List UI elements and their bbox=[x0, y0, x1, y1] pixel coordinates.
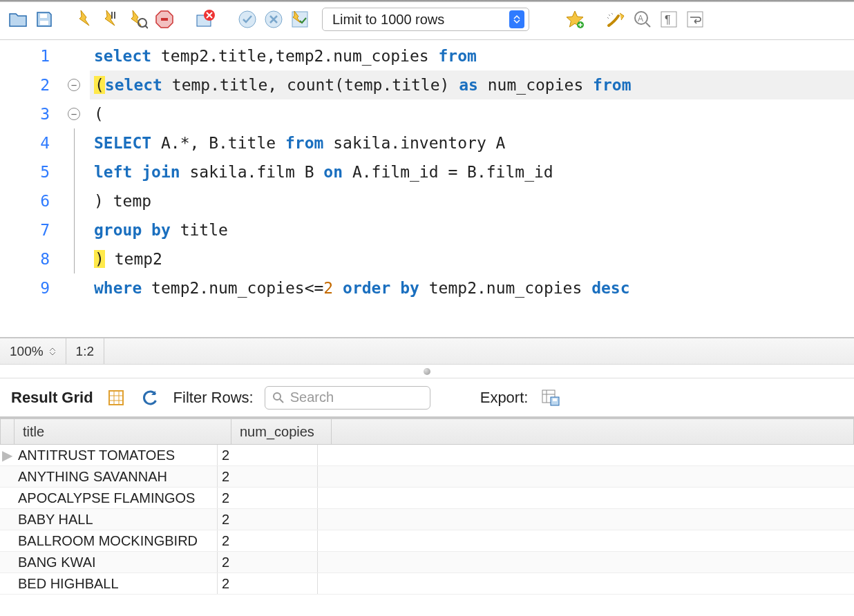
line-number: 8 bbox=[0, 244, 90, 273]
cell-title[interactable]: ANTITRUST TOMATOES bbox=[14, 445, 218, 465]
code-line: where temp2.num_copies<=2 order by temp2… bbox=[90, 273, 854, 302]
stop-on-error-icon[interactable] bbox=[195, 8, 217, 30]
cursor-position: 1:2 bbox=[66, 338, 104, 364]
row-pointer-icon bbox=[0, 488, 14, 508]
svg-text:¶: ¶ bbox=[665, 14, 671, 26]
favorite-icon[interactable] bbox=[564, 8, 586, 30]
code-line: ( bbox=[90, 99, 854, 128]
line-number: 5 bbox=[0, 157, 90, 186]
beautify-icon[interactable] bbox=[605, 8, 627, 30]
cell-numcopies[interactable]: 2 bbox=[218, 530, 318, 551]
refresh-icon[interactable] bbox=[139, 386, 162, 410]
zoom-level[interactable]: 100% bbox=[0, 338, 66, 364]
code-line: ) temp bbox=[90, 186, 854, 215]
cell-title[interactable]: BANG KWAI bbox=[14, 552, 218, 572]
code-line: select temp2.title,temp2.num_copies from bbox=[90, 41, 854, 70]
commit-icon[interactable] bbox=[236, 8, 258, 30]
row-pointer-icon bbox=[0, 552, 14, 572]
code-line: left join sakila.film B on A.film_id = B… bbox=[90, 157, 854, 186]
table-row[interactable]: ANYTHING SAVANNAH2 bbox=[0, 466, 854, 488]
line-number: 4 bbox=[0, 128, 90, 157]
grip-dot-icon bbox=[424, 368, 430, 375]
rollback-icon[interactable] bbox=[263, 8, 285, 30]
filter-placeholder: Search bbox=[290, 389, 334, 405]
editor-statusbar: 100% 1:2 bbox=[0, 337, 854, 365]
main-toolbar: Limit to 1000 rows A ¶ bbox=[0, 2, 854, 40]
table-row[interactable]: BALLROOM MOCKINGBIRD2 bbox=[0, 530, 854, 552]
svg-rect-1 bbox=[40, 21, 48, 25]
row-limit-label: Limit to 1000 rows bbox=[332, 12, 444, 28]
line-number: 3− bbox=[0, 99, 90, 128]
grid-view-icon[interactable] bbox=[104, 386, 128, 410]
svg-rect-0 bbox=[40, 14, 47, 18]
cell-title[interactable]: APOCALYPSE FLAMINGOS bbox=[14, 488, 218, 508]
panel-resize-handle[interactable] bbox=[0, 365, 854, 378]
autocommit-icon[interactable] bbox=[289, 8, 311, 30]
line-number: 7 bbox=[0, 215, 90, 244]
chevron-updown-icon bbox=[509, 10, 524, 28]
svg-rect-16 bbox=[109, 391, 123, 405]
row-pointer-icon bbox=[0, 573, 14, 594]
cell-title[interactable]: BABY HALL bbox=[14, 509, 218, 530]
fold-toggle-icon[interactable]: − bbox=[68, 108, 80, 120]
invisible-chars-icon[interactable]: ¶ bbox=[658, 8, 680, 30]
find-replace-icon[interactable]: A bbox=[632, 8, 654, 30]
cell-numcopies[interactable]: 2 bbox=[218, 466, 318, 487]
execute-icon[interactable] bbox=[75, 8, 97, 30]
row-pointer-icon bbox=[0, 509, 14, 530]
row-pointer-icon bbox=[0, 466, 14, 487]
export-icon[interactable] bbox=[539, 386, 562, 410]
save-file-icon[interactable] bbox=[33, 8, 55, 30]
table-row[interactable]: ▶ANTITRUST TOMATOES2 bbox=[0, 445, 854, 466]
table-row[interactable]: BABY HALL2 bbox=[0, 509, 854, 530]
result-grid[interactable]: title num_copies ▶ANTITRUST TOMATOES2ANY… bbox=[0, 418, 854, 595]
line-number: 9 bbox=[0, 273, 90, 302]
code-content[interactable]: select temp2.title,temp2.num_copies from… bbox=[90, 40, 854, 337]
cell-numcopies[interactable]: 2 bbox=[218, 488, 318, 508]
column-header-title[interactable]: title bbox=[14, 419, 231, 444]
filter-rows-label: Filter Rows: bbox=[173, 389, 254, 407]
line-number: 1 bbox=[0, 41, 90, 70]
cell-numcopies[interactable]: 2 bbox=[218, 445, 318, 465]
svg-point-17 bbox=[274, 393, 281, 400]
table-row[interactable]: BANG KWAI2 bbox=[0, 552, 854, 573]
code-line: SELECT A.*, B.title from sakila.inventor… bbox=[90, 128, 854, 157]
column-header-numcopies[interactable]: num_copies bbox=[231, 419, 332, 444]
open-file-icon[interactable] bbox=[7, 8, 29, 30]
chevron-updown-icon bbox=[49, 347, 56, 356]
table-row[interactable]: APOCALYPSE FLAMINGOS2 bbox=[0, 488, 854, 509]
svg-text:A: A bbox=[638, 14, 643, 23]
result-grid-title: Result Grid bbox=[11, 389, 93, 407]
code-line: ) temp2 bbox=[90, 244, 854, 273]
explain-icon[interactable] bbox=[127, 8, 149, 30]
cell-numcopies[interactable]: 2 bbox=[218, 573, 318, 594]
cell-title[interactable]: BALLROOM MOCKINGBIRD bbox=[14, 530, 218, 551]
row-pointer-icon bbox=[0, 530, 14, 551]
cell-title[interactable]: ANYTHING SAVANNAH bbox=[14, 466, 218, 487]
line-number: 6 bbox=[0, 186, 90, 215]
svg-rect-20 bbox=[553, 398, 557, 401]
wrap-lines-icon[interactable] bbox=[684, 8, 706, 30]
filter-rows-input[interactable]: Search bbox=[265, 386, 430, 410]
sql-editor[interactable]: 1 2− 3− 4 5 6 7 8 9 select temp2.title,t… bbox=[0, 40, 854, 337]
cell-title[interactable]: BED HIGHBALL bbox=[14, 573, 218, 594]
execute-current-icon[interactable] bbox=[101, 8, 123, 30]
cell-numcopies[interactable]: 2 bbox=[218, 509, 318, 530]
export-label: Export: bbox=[480, 389, 529, 407]
fold-toggle-icon[interactable]: − bbox=[68, 79, 80, 91]
line-gutter: 1 2− 3− 4 5 6 7 8 9 bbox=[0, 40, 90, 337]
search-icon bbox=[272, 392, 285, 404]
row-pointer-icon: ▶ bbox=[0, 445, 14, 465]
result-toolbar: Result Grid Filter Rows: Search Export: bbox=[0, 378, 854, 418]
grid-body: ▶ANTITRUST TOMATOES2ANYTHING SAVANNAH2AP… bbox=[0, 445, 854, 595]
grid-header-row: title num_copies bbox=[0, 418, 854, 445]
cell-numcopies[interactable]: 2 bbox=[218, 552, 318, 572]
svg-rect-4 bbox=[161, 18, 168, 21]
line-number: 2− bbox=[0, 70, 90, 99]
table-row[interactable]: BED HIGHBALL2 bbox=[0, 573, 854, 595]
row-limit-select[interactable]: Limit to 1000 rows bbox=[322, 8, 529, 31]
code-line: group by title bbox=[90, 215, 854, 244]
code-line: (select temp.title, count(temp.title) as… bbox=[90, 70, 854, 99]
stop-icon[interactable] bbox=[153, 8, 175, 30]
